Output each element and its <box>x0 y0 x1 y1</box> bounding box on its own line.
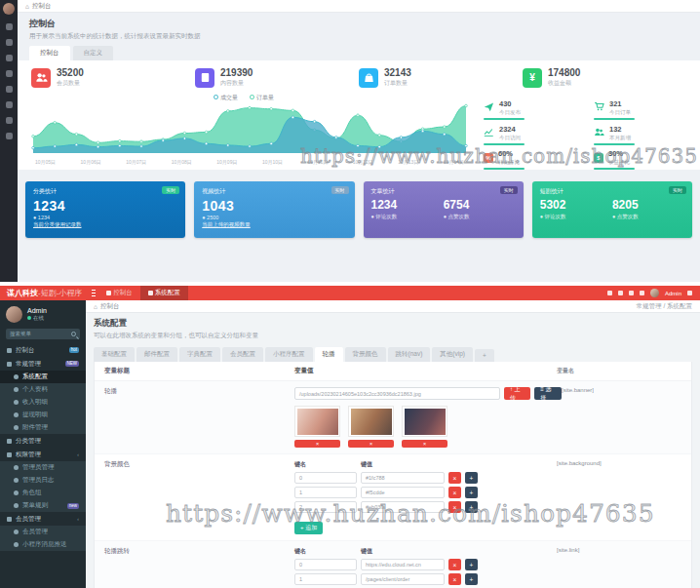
legend-item-成交量[interactable]: 成交量 <box>214 94 238 102</box>
config-tab-基础配置[interactable]: 基础配置 <box>94 347 135 362</box>
choose-button[interactable]: ≡ 选择 <box>534 387 562 400</box>
breadcrumb[interactable]: 控制台 <box>100 302 120 311</box>
sidebar-item-label: 分类管理 <box>16 437 41 446</box>
config-tab-+[interactable]: + <box>475 349 494 362</box>
upload-button[interactable]: ↑ 上传 <box>504 387 530 400</box>
sidebar-item-系统配置[interactable]: 系统配置 <box>0 371 86 383</box>
fullscreen-icon[interactable] <box>629 291 634 295</box>
delete-image-button[interactable]: × <box>348 440 394 448</box>
users-icon[interactable] <box>6 86 13 93</box>
config-tab-跳转(nav)[interactable]: 跳转(nav) <box>388 347 431 362</box>
config-tab-背景颜色[interactable]: 背景颜色 <box>345 347 386 362</box>
tab-控制台[interactable]: 控制台 <box>29 46 70 60</box>
banner-image <box>402 406 447 437</box>
sidebar-item-小程序消息推送[interactable]: 小程序消息推送 <box>0 538 86 551</box>
config-tab-会员配置[interactable]: 会员配置 <box>222 347 263 362</box>
delete-image-button[interactable]: × <box>402 440 447 448</box>
status-badge: 实时 <box>669 186 686 194</box>
sidebar-item-管理员日志[interactable]: 管理员日志 <box>0 474 86 487</box>
upload-path-input[interactable]: /uploads/20230214605e103c2cc30936dc21863… <box>294 387 500 400</box>
admin-sidebar: Admin 在线 搜索菜单 控制台hot常规管理NEW系统配置个人资料收入明细提… <box>0 300 86 588</box>
sidebar-item-管理员管理[interactable]: 管理员管理 <box>0 461 86 474</box>
dashboard-main: ⌂ 控制台 控制台 用于展示当前系统中的统计数据，统计报表设置最新实时数据 控制… <box>18 0 700 282</box>
add-row-button[interactable]: + <box>465 573 478 585</box>
sidebar-item-会员管理[interactable]: 会员管理‹ <box>0 512 86 526</box>
config-tab-其他(vip)[interactable]: 其他(vip) <box>432 347 473 362</box>
kv-value-input[interactable]: #f5cdde <box>361 487 445 498</box>
navbar-username[interactable]: Admin <box>665 291 681 296</box>
kv-key-input[interactable]: 1 <box>294 487 357 498</box>
sidebar-item-常规管理[interactable]: 常规管理NEW <box>0 357 86 371</box>
sidebar-item-菜单规则[interactable]: 菜单规则new <box>0 499 86 512</box>
sidebar-item-收入明细[interactable]: 收入明细 <box>0 396 86 409</box>
sidebar-item-附件管理[interactable]: 附件管理 <box>0 421 86 434</box>
summary-card[interactable]: 文章统计实时1234● 评论次数6754● 点赞次数 <box>364 181 524 238</box>
list-icon[interactable] <box>6 101 13 108</box>
navtab-控制台[interactable]: 控制台 <box>98 286 140 300</box>
stat-value: 174800 <box>548 67 580 78</box>
home-icon[interactable] <box>6 23 13 30</box>
card-desc[interactable]: 当前上传的视频数量 <box>202 221 346 228</box>
avatar[interactable] <box>6 306 22 323</box>
avatar[interactable] <box>3 3 15 15</box>
mini-stat: 321今日订单 <box>594 96 688 120</box>
kv-key-input[interactable]: 0 <box>294 472 357 484</box>
brand[interactable]: 谋八科技-短剧-小程序 <box>0 288 89 298</box>
mini-stat-label: 本月新增 <box>609 135 631 141</box>
config-tab-邮件配置[interactable]: 邮件配置 <box>136 347 177 362</box>
config-tab-小程序配置[interactable]: 小程序配置 <box>265 347 313 362</box>
summary-card[interactable]: 视频统计实时1043● 2500当前上传的视频数量 <box>194 181 354 238</box>
remove-row-button[interactable]: × <box>448 487 461 498</box>
remove-row-button[interactable]: × <box>448 573 461 585</box>
banner-image <box>348 406 394 437</box>
bell-icon[interactable] <box>618 291 623 295</box>
hamburger-icon[interactable] <box>89 290 98 296</box>
config-tab-轮播[interactable]: 轮播 <box>315 347 343 362</box>
config-tab-字典配置[interactable]: 字典配置 <box>179 347 220 362</box>
banner-thumb-2: × <box>402 406 447 448</box>
card-title: 分类统计 <box>33 187 177 196</box>
section-subtitle: 可以在此增改系统的变量和分组，也可以自定义分组和变量 <box>94 332 692 340</box>
legend-item-订单量[interactable]: 订单量 <box>250 94 274 102</box>
close-icon[interactable] <box>640 291 644 295</box>
summary-card[interactable]: 分类统计实时1234● 1234当前分类使用记录数 <box>25 181 185 238</box>
navtab-label: 控制台 <box>113 289 133 297</box>
add-row-button[interactable]: + <box>465 559 478 570</box>
delete-image-button[interactable]: × <box>294 440 340 448</box>
navtab-系统配置[interactable]: 系统配置 <box>140 286 188 300</box>
add-row-button[interactable]: + <box>465 487 478 498</box>
remove-row-button[interactable]: × <box>448 559 461 570</box>
sidebar-item-提现明细[interactable]: 提现明细 <box>0 409 86 421</box>
home-icon: ⌂ <box>25 3 29 10</box>
shrink-icon[interactable] <box>607 291 612 295</box>
kv-value-input[interactable]: #1fc788 <box>361 472 445 484</box>
user-icon[interactable] <box>6 39 13 46</box>
search-placeholder: 搜索菜单 <box>10 331 31 337</box>
sidebar-search-input[interactable]: 搜索菜单 <box>6 329 80 339</box>
kv-key-input[interactable]: 0 <box>294 559 357 570</box>
sidebar-item-权限管理[interactable]: 权限管理‹ <box>0 448 86 461</box>
edit-icon[interactable] <box>6 70 13 77</box>
kv-value-input[interactable]: https://edu.cloud.net.cn <box>361 559 445 570</box>
avatar[interactable] <box>650 289 659 297</box>
sidebar-item-会员管理[interactable]: 会员管理 <box>0 526 86 538</box>
chat-icon[interactable] <box>6 55 13 61</box>
kv-key-input[interactable]: 1 <box>294 573 357 585</box>
sidebar-item-控制台[interactable]: 控制台hot <box>0 343 86 357</box>
layers-icon[interactable] <box>6 117 13 124</box>
card-desc[interactable]: 当前分类使用记录数 <box>33 221 177 228</box>
breadcrumb-right: 常规管理 / 系统配置 <box>637 302 692 311</box>
remove-row-button[interactable]: × <box>448 472 461 484</box>
tab-自定义[interactable]: 自定义 <box>73 46 114 60</box>
kv-value-input[interactable]: /pages/client/order <box>361 573 445 585</box>
book-icon <box>195 68 214 88</box>
chart-icon[interactable] <box>6 133 13 139</box>
sidebar-item-分类管理[interactable]: 分类管理 <box>0 434 86 448</box>
add-row-button[interactable]: + <box>465 472 478 484</box>
col-header-value: 变量值 <box>294 367 557 375</box>
sidebar-item-个人资料[interactable]: 个人资料 <box>0 383 86 396</box>
sidebar-item-角色组[interactable]: 角色组 <box>0 487 86 499</box>
breadcrumb[interactable]: 控制台 <box>32 2 52 11</box>
gear-icon[interactable] <box>687 291 692 295</box>
summary-card[interactable]: 短剧统计实时5302● 评论次数8205● 点赞次数 <box>532 181 692 238</box>
